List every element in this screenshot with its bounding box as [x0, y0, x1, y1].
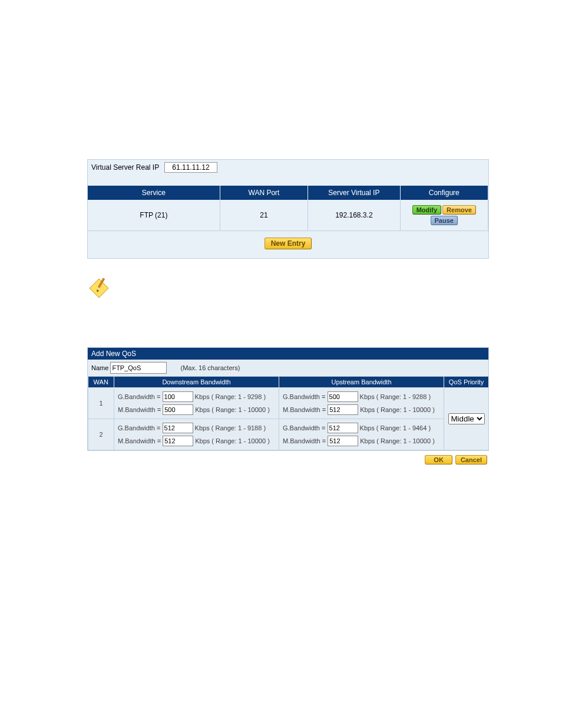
kbps-label: Kbps	[195, 424, 210, 431]
virtual-server-real-ip-label: Virtual Server Real IP	[91, 163, 159, 172]
kbps-label: Kbps	[195, 393, 210, 400]
g-bandwidth-label: G.Bandwidth =	[283, 393, 325, 400]
down-g-input[interactable]	[163, 391, 193, 402]
modify-button[interactable]: Modify	[412, 205, 441, 215]
priority-select[interactable]: Middle	[448, 413, 485, 424]
col-upstream: Upstream Bandwidth	[279, 377, 444, 388]
cell-virtual-ip: 192.168.3.2	[308, 200, 400, 231]
qos-name-hint: (Max. 16 characters)	[180, 364, 240, 371]
wan-number: 1	[88, 388, 114, 419]
range-label: ( Range: 1 - 10000 )	[376, 406, 434, 413]
table-header-row: Service WAN Port Server Virtual IP Confi…	[88, 186, 488, 200]
new-entry-row: New Entry	[88, 231, 488, 258]
g-bandwidth-label: G.Bandwidth =	[118, 424, 160, 431]
qos-row: 1 G.Bandwidth = Kbps ( Range: 1 - 9298 )…	[88, 388, 489, 419]
virtual-server-real-ip-value: 61.11.11.12	[164, 162, 217, 173]
new-entry-button[interactable]: New Entry	[265, 238, 312, 249]
down-m-input[interactable]	[163, 436, 193, 446]
qos-table: WAN Downstream Bandwidth Upstream Bandwi…	[88, 377, 489, 450]
range-label: ( Range: 1 - 9188 )	[211, 424, 266, 431]
m-bandwidth-label: M.Bandwidth =	[283, 406, 326, 413]
pause-button[interactable]: Pause	[431, 216, 458, 225]
col-priority: QoS Priority	[444, 377, 489, 388]
range-label: ( Range: 1 - 10000 )	[211, 406, 269, 413]
kbps-label: Kbps	[360, 437, 375, 444]
table-row: FTP (21) 21 192.168.3.2 ModifyRemove Pau…	[88, 200, 488, 231]
m-bandwidth-label: M.Bandwidth =	[283, 437, 326, 444]
qos-header-row: WAN Downstream Bandwidth Upstream Bandwi…	[88, 377, 489, 388]
col-wan: WAN	[88, 377, 114, 388]
upstream-cell: G.Bandwidth = Kbps ( Range: 1 - 9288 ) M…	[279, 388, 444, 419]
cell-wan-port: 21	[220, 200, 308, 231]
kbps-label: Kbps	[360, 424, 375, 431]
m-bandwidth-label: M.Bandwidth =	[118, 437, 161, 444]
qos-row: 2 G.Bandwidth = Kbps ( Range: 1 - 9188 )…	[88, 419, 489, 450]
remove-button[interactable]: Remove	[442, 205, 476, 215]
range-label: ( Range: 1 - 10000 )	[376, 437, 434, 444]
g-bandwidth-label: G.Bandwidth =	[283, 424, 325, 431]
priority-cell: Middle	[444, 388, 489, 450]
cancel-button[interactable]: Cancel	[455, 455, 487, 465]
up-g-input[interactable]	[328, 423, 358, 433]
m-bandwidth-label: M.Bandwidth =	[118, 406, 161, 413]
col-downstream: Downstream Bandwidth	[114, 377, 279, 388]
range-label: ( Range: 1 - 9464 )	[376, 424, 431, 431]
col-virtual-ip: Server Virtual IP	[308, 186, 400, 200]
qos-name-input[interactable]	[110, 362, 167, 374]
g-bandwidth-label: G.Bandwidth =	[118, 393, 160, 400]
kbps-label: Kbps	[360, 406, 375, 413]
cell-service: FTP (21)	[88, 200, 220, 231]
upstream-cell: G.Bandwidth = Kbps ( Range: 1 - 9464 ) M…	[279, 419, 444, 450]
range-label: ( Range: 1 - 9288 )	[376, 393, 431, 400]
range-label: ( Range: 1 - 9298 )	[211, 393, 266, 400]
qos-name-row: Name (Max. 16 characters)	[88, 360, 488, 377]
qos-button-row: OK Cancel	[87, 451, 490, 471]
down-m-input[interactable]	[163, 404, 193, 415]
svg-marker-0	[90, 279, 108, 298]
cell-configure: ModifyRemove Pause	[400, 200, 488, 231]
virtual-server-real-ip-row: Virtual Server Real IP 61.11.11.12	[88, 160, 488, 175]
wan-number: 2	[88, 419, 114, 450]
kbps-label: Kbps	[195, 437, 210, 444]
note-icon	[87, 276, 111, 300]
col-configure: Configure	[400, 186, 488, 200]
downstream-cell: G.Bandwidth = Kbps ( Range: 1 - 9298 ) M…	[114, 388, 279, 419]
kbps-label: Kbps	[360, 393, 375, 400]
kbps-label: Kbps	[195, 406, 210, 413]
qos-name-label: Name	[91, 364, 108, 371]
virtual-server-table: Service WAN Port Server Virtual IP Confi…	[88, 186, 488, 231]
up-g-input[interactable]	[328, 391, 358, 402]
down-g-input[interactable]	[163, 423, 193, 433]
qos-title: Add New QoS	[88, 348, 488, 360]
up-m-input[interactable]	[328, 404, 358, 415]
up-m-input[interactable]	[328, 436, 358, 446]
downstream-cell: G.Bandwidth = Kbps ( Range: 1 - 9188 ) M…	[114, 419, 279, 450]
col-wan-port: WAN Port	[220, 186, 308, 200]
ok-button[interactable]: OK	[425, 455, 452, 465]
range-label: ( Range: 1 - 10000 )	[211, 437, 269, 444]
col-service: Service	[88, 186, 220, 200]
virtual-server-panel: Virtual Server Real IP 61.11.11.12 Servi…	[87, 159, 489, 259]
qos-panel: Add New QoS Name (Max. 16 characters) WA…	[87, 347, 489, 451]
